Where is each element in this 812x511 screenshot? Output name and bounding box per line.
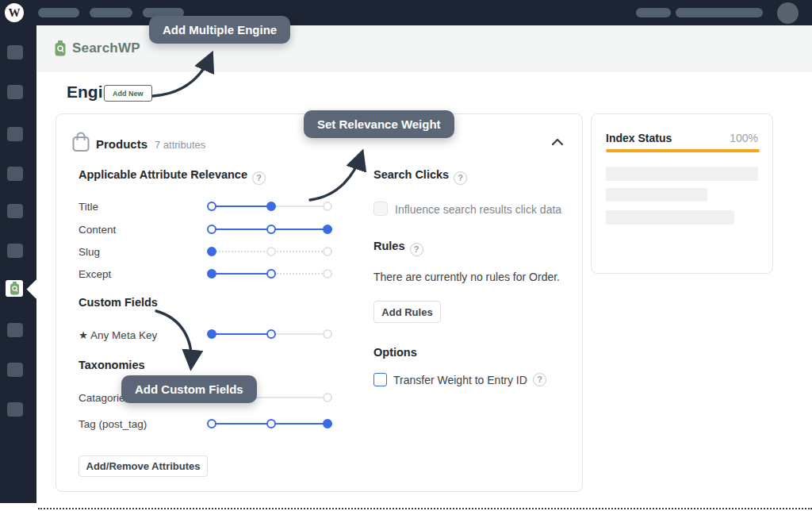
relevance-heading: Applicable Attribute Relevance?: [79, 168, 266, 185]
relevance-slider-except[interactable]: [207, 269, 332, 279]
slider-track-segment: [212, 251, 271, 252]
slider-handle-dot[interactable]: [207, 419, 216, 428]
options-heading: Options: [373, 346, 417, 359]
main-content: SearchWP Engine Add New Products 7 attri…: [36, 25, 812, 511]
transfer-weight-label: Transfer Weight to Entry ID: [393, 374, 527, 386]
searchwp-logo-text: SearchWP: [72, 40, 140, 56]
attribute-label: Except: [79, 268, 111, 280]
slider-row-content: Content: [79, 224, 412, 235]
adminbar-menu-placeholder: [90, 8, 132, 17]
admin-bar: W: [0, 0, 812, 25]
add-new-button[interactable]: Add New: [104, 85, 152, 102]
attribute-label: ★ Any Meta Key: [79, 328, 157, 341]
sidebar-item-placeholder[interactable]: [7, 402, 23, 417]
search-clicks-heading: Search Clicks?: [373, 168, 467, 185]
relevance-slider-title[interactable]: [207, 202, 332, 211]
sidebar-item-searchwp[interactable]: [6, 280, 23, 297]
products-source-panel: Products 7 attributes Applicable Attribu…: [56, 113, 583, 492]
relevance-heading-text: Applicable Attribute Relevance: [79, 168, 247, 181]
sidebar-item-placeholder[interactable]: [7, 204, 23, 218]
adminbar-right-placeholder: [636, 8, 671, 17]
slider-handle-dot[interactable]: [266, 419, 276, 428]
influence-clicks-checkbox[interactable]: [373, 202, 388, 216]
shopping-bag-icon: [72, 132, 90, 152]
relevance-slider-slug[interactable]: [207, 247, 332, 256]
index-progress-bar: [606, 149, 760, 152]
slider-track-segment: [212, 273, 271, 275]
transfer-weight-checkbox[interactable]: [373, 373, 387, 386]
sidebar-item-placeholder[interactable]: [7, 45, 23, 60]
sidebar-item-placeholder[interactable]: [7, 323, 23, 337]
slider-handle-dot[interactable]: [207, 247, 216, 256]
page-bottom-edge: [38, 508, 812, 509]
rules-heading: Rules?: [373, 240, 423, 256]
slider-handle-dot[interactable]: [323, 329, 332, 339]
slider-row-slug: Slug: [79, 246, 412, 257]
slider-handle-dot[interactable]: [323, 225, 332, 234]
placeholder-line: [606, 167, 758, 181]
index-status-percent: 100%: [730, 132, 758, 144]
relevance-slider-any-meta-key[interactable]: [207, 329, 332, 339]
rules-empty-text: There are currently no rules for Order.: [373, 271, 560, 283]
help-icon[interactable]: ?: [454, 171, 467, 185]
collapse-chevron-icon[interactable]: [551, 138, 564, 146]
attribute-count: 7 attributes: [155, 139, 205, 151]
help-icon[interactable]: ?: [410, 243, 423, 256]
sidebar-item-placeholder[interactable]: [7, 167, 23, 181]
slider-handle-dot[interactable]: [323, 202, 332, 211]
add-remove-attributes-button[interactable]: Add/Remove Attributes: [79, 455, 208, 477]
searchwp-jar-icon: [10, 282, 20, 295]
searchwp-jar-icon: [54, 40, 67, 56]
adminbar-menu-placeholder: [38, 8, 79, 17]
sidebar-item-placeholder[interactable]: [7, 127, 23, 141]
wordpress-logo-icon[interactable]: W: [5, 3, 24, 22]
search-clicks-heading-text: Search Clicks: [373, 168, 449, 181]
help-icon[interactable]: ?: [533, 373, 546, 386]
taxonomies-heading: Taxonomies: [79, 359, 145, 371]
slider-row-except: Except: [79, 268, 412, 279]
custom-fields-heading: Custom Fields: [79, 296, 158, 309]
sidebar-item-placeholder[interactable]: [7, 244, 23, 258]
add-rules-button[interactable]: Add Rules: [373, 301, 441, 323]
influence-clicks-label: Influence search results click data: [395, 203, 561, 216]
slider-handle-dot[interactable]: [266, 247, 276, 256]
slider-handle-dot[interactable]: [323, 393, 332, 402]
slider-handle-dot[interactable]: [323, 247, 332, 256]
sidebar-item-placeholder[interactable]: [7, 85, 23, 99]
adminbar-account-placeholder: [676, 8, 763, 17]
admin-sidebar: [0, 25, 36, 503]
slider-handle-dot[interactable]: [266, 329, 276, 339]
sidebar-item-placeholder[interactable]: [7, 363, 23, 377]
placeholder-line: [606, 210, 734, 225]
placeholder-line: [606, 188, 707, 202]
slider-track-segment: [212, 333, 271, 335]
slider-handle-dot[interactable]: [207, 202, 216, 211]
avatar[interactable]: [777, 2, 799, 24]
searchwp-logo: SearchWP: [54, 40, 140, 56]
slider-handle-dot[interactable]: [207, 329, 216, 339]
relevance-slider-tag[interactable]: [207, 419, 332, 428]
slider-handle-dot[interactable]: [207, 225, 216, 234]
help-icon[interactable]: ?: [252, 171, 266, 185]
slider-handle-dot[interactable]: [207, 269, 216, 279]
slider-row-tag: Tag (post_tag): [79, 418, 412, 429]
slider-handle-dot[interactable]: [266, 202, 276, 211]
attribute-label: Slug: [79, 246, 100, 258]
tooltip-set-relevance-weight: Set Relevance Weight: [304, 110, 454, 138]
slider-handle-dot[interactable]: [323, 419, 332, 428]
slider-handle-dot[interactable]: [266, 269, 276, 279]
slider-track-segment: [212, 423, 271, 425]
slider-handle-dot[interactable]: [323, 269, 332, 279]
tooltip-add-custom-fields: Add Custom Fields: [121, 375, 257, 403]
attribute-label: Tag (post_tag): [79, 418, 147, 430]
slider-handle-dot[interactable]: [266, 225, 276, 234]
slider-row-any-meta-key: ★ Any Meta Key: [79, 328, 412, 340]
index-status-panel: Index Status 100%: [591, 113, 773, 274]
rules-heading-text: Rules: [373, 240, 405, 252]
tooltip-add-multiple-engine: Add Multiple Engine: [149, 16, 290, 44]
source-title: Products: [96, 137, 147, 151]
relevance-slider-content[interactable]: [207, 225, 332, 234]
attribute-label: Title: [79, 201, 98, 213]
slider-track-segment: [212, 206, 271, 207]
attribute-label: Content: [79, 224, 116, 236]
